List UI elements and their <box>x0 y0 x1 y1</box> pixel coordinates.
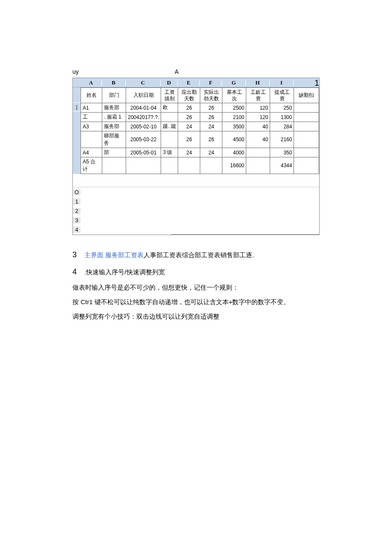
cell-level[interactable] <box>161 131 178 148</box>
th-hiredate[interactable]: 入职日期 <box>126 88 161 103</box>
cell-dept[interactable]: 睇部服务 <box>102 131 126 148</box>
blank-row-label[interactable]: O <box>73 189 81 195</box>
cell-level[interactable]: 蹑. 蹴 <box>161 122 178 131</box>
blank-row-label[interactable]: 4 <box>73 227 81 233</box>
cell-name[interactable]: A1 <box>81 103 102 113</box>
col-header-F[interactable]: F <box>200 79 222 86</box>
cell-senior[interactable]: 120 <box>246 113 270 122</box>
th-commission[interactable]: 提成工资 <box>270 88 294 103</box>
cell-base[interactable]: 16600 <box>222 157 246 174</box>
cell-deduct[interactable] <box>294 157 319 174</box>
spreadsheet-area: A B C D E F G H I 1 | 姓名 <box>72 78 320 235</box>
th-seniority-salary[interactable]: 工龄工资 <box>246 88 270 103</box>
cell-dept[interactable]: 服务部 <box>102 122 126 131</box>
table-row[interactable]: A4 部 2005-05-01 3 级 24 24 4000 350 <box>81 148 319 157</box>
blank-row-label[interactable]: 1 <box>73 198 81 205</box>
cell-actdays[interactable] <box>200 157 222 174</box>
cell-name[interactable] <box>81 131 102 148</box>
th-base-salary[interactable]: 基本工次 <box>222 88 246 103</box>
cell-senior[interactable]: 120 <box>246 103 270 113</box>
row-headers-gutter: | <box>73 87 81 174</box>
cell-expdays[interactable]: 26 <box>178 103 200 113</box>
th-name[interactable]: 姓名 <box>81 88 102 103</box>
table-row[interactable]: A1 服务部 2004-01-04 欧 26 26 2500 120 250 <box>81 103 319 113</box>
cell-level[interactable]: 欧 <box>161 103 178 113</box>
th-level[interactable]: 工资级别 <box>161 88 178 103</box>
cell-comm[interactable]: 4344 <box>270 157 294 174</box>
cell-expdays[interactable]: 26 <box>178 113 200 122</box>
list-index-3: 3 <box>72 247 83 262</box>
col-header-C[interactable]: C <box>126 79 161 86</box>
cell-actdays[interactable]: 26 <box>200 103 222 113</box>
cell-dept[interactable]: . 服霜 1 <box>102 113 126 122</box>
col-header-A[interactable]: A <box>81 79 102 86</box>
paragraph-ctrl-tip: 按 Ctr1 键不松可以让纯数字自动递增，也可以让含文本+数字中的数字不变。 <box>72 296 320 308</box>
sheet-tabs-link[interactable]: 主界面 服务部工资表 <box>84 251 144 259</box>
col-header-G[interactable]: G <box>222 79 246 86</box>
table-row[interactable]: 工 . 服霜 1 20042017?.?. 26 26 2100 120 130… <box>81 113 319 122</box>
cell-senior[interactable] <box>246 148 270 157</box>
cell-base[interactable]: 4500 <box>222 131 246 148</box>
cell-base[interactable]: 3500 <box>222 122 246 131</box>
cell-name[interactable]: A4 <box>81 148 102 157</box>
blank-row-label[interactable]: 3 <box>73 217 81 224</box>
table-row[interactable]: 睇部服务 2005-03-22 26 26 4500 40 2160 <box>81 131 319 148</box>
cell-date[interactable]: 2005-02-10 <box>126 122 161 131</box>
cell-senior[interactable]: 40 <box>246 131 270 148</box>
cell-dept[interactable] <box>102 157 126 174</box>
col-header-I[interactable]: I <box>270 79 294 86</box>
cell-comm[interactable]: 2160 <box>270 131 294 148</box>
col-header-B[interactable]: B <box>102 79 126 86</box>
cell-level[interactable] <box>161 113 178 122</box>
cell-deduct[interactable] <box>294 113 319 122</box>
cell-expdays[interactable]: 24 <box>178 148 200 157</box>
paragraph-3-rest: 人事部工资表综合部工资表销售部工逐. <box>144 251 254 259</box>
cell-senior[interactable] <box>246 157 270 174</box>
cell-expdays[interactable] <box>178 157 200 174</box>
cell-date[interactable] <box>126 157 161 174</box>
cell-comm[interactable]: 1300 <box>270 113 294 122</box>
col-header-E[interactable]: E <box>178 79 200 86</box>
cell-dept[interactable]: 部 <box>102 148 126 157</box>
cell-comm[interactable]: 284 <box>270 122 294 131</box>
cell-deduct[interactable] <box>294 148 319 157</box>
label-A: A <box>175 68 179 75</box>
table-row-total[interactable]: A5 合计 16600 4344 <box>81 157 319 174</box>
cell-name[interactable]: A3 <box>81 122 102 131</box>
cell-expdays[interactable]: 24 <box>178 122 200 131</box>
cell-actdays[interactable]: 24 <box>200 122 222 131</box>
cell-deduct[interactable] <box>294 122 319 131</box>
cell-level[interactable] <box>161 157 178 174</box>
cell-expdays[interactable]: 26 <box>178 131 200 148</box>
cell-date[interactable]: 2004-01-04 <box>126 103 161 113</box>
cell-deduct[interactable] <box>294 103 319 113</box>
row-gutter-1[interactable]: | <box>73 103 81 111</box>
cell-actdays[interactable]: 24 <box>200 148 222 157</box>
cell-actdays[interactable]: 26 <box>200 131 222 148</box>
th-expected-days[interactable]: 应出勤天数 <box>178 88 200 103</box>
cell-actdays[interactable]: 26 <box>200 113 222 122</box>
cell-level[interactable]: 3 级 <box>161 148 178 157</box>
cell-dept[interactable]: 服务部 <box>102 103 126 113</box>
th-actual-days[interactable]: 实际出劲天数 <box>200 88 222 103</box>
cell-comm[interactable]: 350 <box>270 148 294 157</box>
cell-name[interactable]: A5 合计 <box>81 157 102 174</box>
table-row[interactable]: A3 服务部 2005-02-10 蹑. 蹴 24 24 3500 40 284 <box>81 122 319 131</box>
cell-date[interactable]: 2005-03-22 <box>126 131 161 148</box>
cell-base[interactable]: 4000 <box>222 148 246 157</box>
th-absence-deduct[interactable]: 缺勤扣 <box>294 88 319 103</box>
cell-base[interactable]: 2500 <box>222 103 246 113</box>
col-header-D[interactable]: D <box>161 79 178 86</box>
column-headers-row: A B C D E F G H I <box>73 78 319 87</box>
col-header-H[interactable]: H <box>246 79 270 86</box>
blank-rows-area: O 1 2 3 4 <box>73 187 319 234</box>
th-dept[interactable]: 部门 <box>102 88 126 103</box>
cell-name[interactable]: 工 <box>81 113 102 122</box>
blank-row-label[interactable]: 2 <box>73 208 81 214</box>
cell-senior[interactable]: 40 <box>246 122 270 131</box>
cell-date[interactable]: 2005-05-01 <box>126 148 161 157</box>
cell-deduct[interactable] <box>294 131 319 148</box>
cell-comm[interactable]: 250 <box>270 103 294 113</box>
cell-base[interactable]: 2100 <box>222 113 246 122</box>
cell-date[interactable]: 20042017?.?. <box>126 113 161 122</box>
